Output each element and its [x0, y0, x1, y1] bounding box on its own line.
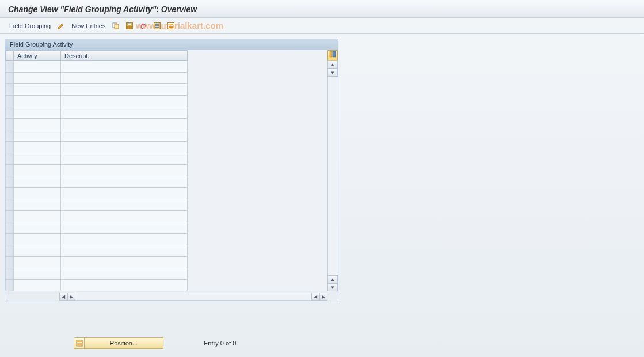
scroll-right-button[interactable]: ▶	[319, 293, 327, 301]
column-header-descript[interactable]: Descript.	[61, 51, 188, 61]
table-row[interactable]	[6, 165, 188, 176]
position-button[interactable]: Position...	[74, 337, 163, 349]
table-row[interactable]	[6, 188, 188, 199]
row-selector[interactable]	[6, 165, 14, 176]
table-row[interactable]	[6, 234, 188, 245]
row-selector[interactable]	[6, 245, 14, 257]
scroll-right-step-button[interactable]: ▶	[67, 293, 75, 301]
cell-activity[interactable]	[14, 153, 61, 165]
cell-descript[interactable]	[61, 84, 188, 96]
cell-activity[interactable]	[14, 61, 61, 73]
cell-descript[interactable]	[61, 165, 188, 176]
table-row[interactable]	[6, 280, 188, 291]
table-row[interactable]	[6, 268, 188, 280]
row-selector[interactable]	[6, 257, 14, 268]
row-selector[interactable]	[6, 188, 14, 199]
new-entries-button[interactable]: New Entries	[70, 22, 106, 29]
row-selector[interactable]	[6, 61, 14, 73]
scroll-up-step-button[interactable]: ▲	[327, 275, 338, 283]
table-row[interactable]	[6, 84, 188, 96]
row-selector[interactable]	[6, 119, 14, 130]
edit-pencil-icon[interactable]	[56, 21, 66, 31]
table-row[interactable]	[6, 130, 188, 142]
copy-icon[interactable]	[111, 21, 120, 31]
row-selector[interactable]	[6, 142, 14, 153]
row-selector[interactable]	[6, 268, 14, 280]
cell-descript[interactable]	[61, 119, 188, 130]
cell-descript[interactable]	[61, 211, 188, 222]
cell-descript[interactable]	[61, 176, 188, 188]
cell-activity[interactable]	[14, 84, 61, 96]
save-variant-icon[interactable]	[125, 21, 134, 31]
scroll-left-step-button[interactable]: ◀	[311, 293, 319, 301]
cell-descript[interactable]	[61, 153, 188, 165]
row-selector[interactable]	[6, 176, 14, 188]
table-row[interactable]	[6, 119, 188, 130]
table-row[interactable]	[6, 176, 188, 188]
cell-descript[interactable]	[61, 73, 188, 84]
row-selector[interactable]	[6, 222, 14, 234]
cell-activity[interactable]	[14, 268, 61, 280]
row-selector-header[interactable]	[6, 51, 14, 61]
row-selector[interactable]	[6, 107, 14, 119]
table-row[interactable]	[6, 73, 188, 84]
cell-descript[interactable]	[61, 257, 188, 268]
cell-activity[interactable]	[14, 96, 61, 107]
scroll-down-step-button[interactable]: ▼	[327, 69, 338, 77]
table-row[interactable]	[6, 107, 188, 119]
row-selector[interactable]	[6, 199, 14, 211]
delimit-icon[interactable]	[166, 21, 176, 31]
cell-activity[interactable]	[14, 280, 61, 291]
table-row[interactable]	[6, 142, 188, 153]
row-selector[interactable]	[6, 96, 14, 107]
row-selector[interactable]	[6, 234, 14, 245]
scroll-up-button[interactable]: ▲	[327, 60, 338, 69]
cell-activity[interactable]	[14, 73, 61, 84]
cell-activity[interactable]	[14, 176, 61, 188]
cell-activity[interactable]	[14, 199, 61, 211]
table-row[interactable]	[6, 222, 188, 234]
horizontal-scrollbar-track[interactable]	[75, 293, 311, 301]
cell-activity[interactable]	[14, 165, 61, 176]
table-row[interactable]	[6, 199, 188, 211]
cell-activity[interactable]	[14, 257, 61, 268]
row-selector[interactable]	[6, 84, 14, 96]
row-selector[interactable]	[6, 211, 14, 222]
cell-descript[interactable]	[61, 96, 188, 107]
cell-activity[interactable]	[14, 142, 61, 153]
cell-descript[interactable]	[61, 142, 188, 153]
table-row[interactable]	[6, 96, 188, 107]
cell-descript[interactable]	[61, 61, 188, 73]
undo-icon[interactable]	[139, 21, 148, 31]
cell-activity[interactable]	[14, 107, 61, 119]
field-grouping-button[interactable]: Field Grouping	[8, 22, 52, 29]
cell-activity[interactable]	[14, 245, 61, 257]
vertical-scrollbar-track[interactable]	[327, 77, 338, 275]
cell-activity[interactable]	[14, 211, 61, 222]
data-grid[interactable]: Activity Descript.	[5, 50, 188, 291]
table-row[interactable]	[6, 257, 188, 268]
cell-activity[interactable]	[14, 188, 61, 199]
table-row[interactable]	[6, 211, 188, 222]
cell-activity[interactable]	[14, 130, 61, 142]
row-selector[interactable]	[6, 130, 14, 142]
table-row[interactable]	[6, 61, 188, 73]
cell-activity[interactable]	[14, 119, 61, 130]
select-all-icon[interactable]	[153, 21, 162, 31]
table-row[interactable]	[6, 245, 188, 257]
table-settings-icon[interactable]	[327, 50, 338, 60]
table-row[interactable]	[6, 153, 188, 165]
row-selector[interactable]	[6, 73, 14, 84]
cell-descript[interactable]	[61, 280, 188, 291]
scroll-left-button[interactable]: ◀	[59, 293, 67, 301]
cell-descript[interactable]	[61, 268, 188, 280]
cell-descript[interactable]	[61, 199, 188, 211]
row-selector[interactable]	[6, 153, 14, 165]
cell-descript[interactable]	[61, 130, 188, 142]
cell-descript[interactable]	[61, 234, 188, 245]
cell-descript[interactable]	[61, 222, 188, 234]
cell-descript[interactable]	[61, 107, 188, 119]
scroll-down-button[interactable]: ▼	[327, 283, 338, 291]
cell-activity[interactable]	[14, 222, 61, 234]
row-selector[interactable]	[6, 280, 14, 291]
